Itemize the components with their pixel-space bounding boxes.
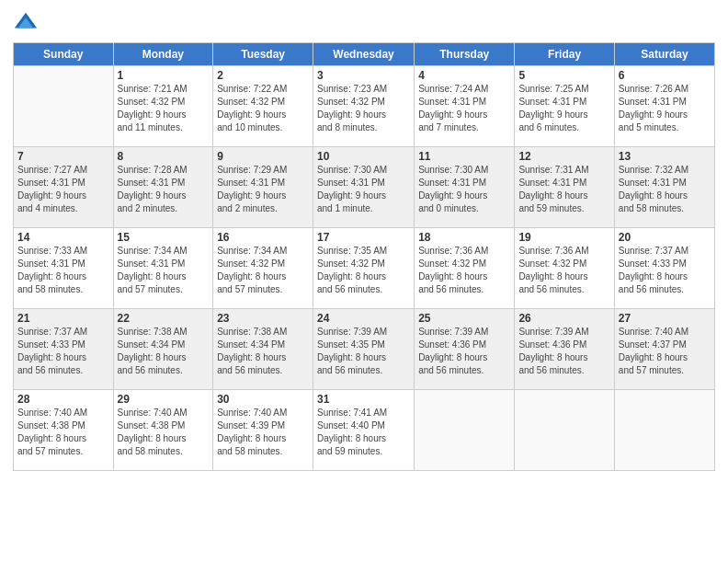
calendar-cell: 16Sunrise: 7:34 AM Sunset: 4:32 PM Dayli… <box>213 228 313 309</box>
calendar-cell: 8Sunrise: 7:28 AM Sunset: 4:31 PM Daylig… <box>113 147 213 228</box>
logo-icon <box>13 9 39 35</box>
calendar-cell: 17Sunrise: 7:35 AM Sunset: 4:32 PM Dayli… <box>313 228 415 309</box>
day-info: Sunrise: 7:39 AM Sunset: 4:36 PM Dayligh… <box>518 326 609 377</box>
day-number: 24 <box>317 312 410 325</box>
day-number: 9 <box>217 150 309 163</box>
day-number: 20 <box>619 231 711 244</box>
calendar-cell: 18Sunrise: 7:36 AM Sunset: 4:32 PM Dayli… <box>415 228 515 309</box>
calendar-cell: 3Sunrise: 7:23 AM Sunset: 4:32 PM Daylig… <box>313 66 415 147</box>
day-info: Sunrise: 7:40 AM Sunset: 4:38 PM Dayligh… <box>118 407 210 458</box>
day-header-monday: Monday <box>113 43 213 66</box>
calendar-cell: 22Sunrise: 7:38 AM Sunset: 4:34 PM Dayli… <box>113 309 213 390</box>
day-info: Sunrise: 7:36 AM Sunset: 4:32 PM Dayligh… <box>418 245 510 296</box>
day-info: Sunrise: 7:37 AM Sunset: 4:33 PM Dayligh… <box>619 245 711 296</box>
day-number: 18 <box>418 231 510 244</box>
calendar-cell: 26Sunrise: 7:39 AM Sunset: 4:36 PM Dayli… <box>515 309 614 390</box>
calendar-cell: 31Sunrise: 7:41 AM Sunset: 4:40 PM Dayli… <box>313 390 415 471</box>
day-number: 5 <box>518 69 609 82</box>
day-number: 26 <box>518 312 609 325</box>
calendar-cell: 30Sunrise: 7:40 AM Sunset: 4:39 PM Dayli… <box>213 390 313 471</box>
day-number: 4 <box>418 69 510 82</box>
day-info: Sunrise: 7:32 AM Sunset: 4:31 PM Dayligh… <box>619 164 711 215</box>
day-number: 21 <box>17 312 109 325</box>
calendar-header-row: SundayMondayTuesdayWednesdayThursdayFrid… <box>14 43 715 66</box>
day-header-wednesday: Wednesday <box>313 43 415 66</box>
calendar-week-row: 14Sunrise: 7:33 AM Sunset: 4:31 PM Dayli… <box>14 228 715 309</box>
day-number: 22 <box>118 312 210 325</box>
calendar-cell: 28Sunrise: 7:40 AM Sunset: 4:38 PM Dayli… <box>14 390 114 471</box>
day-info: Sunrise: 7:31 AM Sunset: 4:31 PM Dayligh… <box>518 164 609 215</box>
calendar-cell: 24Sunrise: 7:39 AM Sunset: 4:35 PM Dayli… <box>313 309 415 390</box>
day-info: Sunrise: 7:37 AM Sunset: 4:33 PM Dayligh… <box>17 326 109 377</box>
calendar-cell: 27Sunrise: 7:40 AM Sunset: 4:37 PM Dayli… <box>614 309 714 390</box>
day-number: 17 <box>317 231 410 244</box>
day-info: Sunrise: 7:29 AM Sunset: 4:31 PM Dayligh… <box>217 164 309 215</box>
day-number: 3 <box>317 69 410 82</box>
day-number: 23 <box>217 312 309 325</box>
calendar-cell: 12Sunrise: 7:31 AM Sunset: 4:31 PM Dayli… <box>515 147 614 228</box>
calendar-cell: 2Sunrise: 7:22 AM Sunset: 4:32 PM Daylig… <box>213 66 313 147</box>
day-info: Sunrise: 7:39 AM Sunset: 4:35 PM Dayligh… <box>317 326 410 377</box>
day-info: Sunrise: 7:22 AM Sunset: 4:32 PM Dayligh… <box>217 83 309 134</box>
day-info: Sunrise: 7:25 AM Sunset: 4:31 PM Dayligh… <box>518 83 609 134</box>
day-info: Sunrise: 7:41 AM Sunset: 4:40 PM Dayligh… <box>317 407 410 458</box>
calendar-cell: 9Sunrise: 7:29 AM Sunset: 4:31 PM Daylig… <box>213 147 313 228</box>
calendar-cell <box>515 390 614 471</box>
day-info: Sunrise: 7:23 AM Sunset: 4:32 PM Dayligh… <box>317 83 410 134</box>
day-number: 7 <box>17 150 109 163</box>
day-info: Sunrise: 7:40 AM Sunset: 4:39 PM Dayligh… <box>217 407 309 458</box>
calendar-cell: 29Sunrise: 7:40 AM Sunset: 4:38 PM Dayli… <box>113 390 213 471</box>
day-number: 6 <box>619 69 711 82</box>
day-info: Sunrise: 7:38 AM Sunset: 4:34 PM Dayligh… <box>217 326 309 377</box>
calendar-week-row: 7Sunrise: 7:27 AM Sunset: 4:31 PM Daylig… <box>14 147 715 228</box>
day-number: 16 <box>217 231 309 244</box>
day-info: Sunrise: 7:34 AM Sunset: 4:31 PM Dayligh… <box>118 245 210 296</box>
day-info: Sunrise: 7:35 AM Sunset: 4:32 PM Dayligh… <box>317 245 410 296</box>
day-number: 12 <box>518 150 609 163</box>
day-number: 28 <box>17 393 109 406</box>
day-number: 11 <box>418 150 510 163</box>
day-number: 2 <box>217 69 309 82</box>
calendar-cell: 25Sunrise: 7:39 AM Sunset: 4:36 PM Dayli… <box>415 309 515 390</box>
day-number: 10 <box>317 150 410 163</box>
calendar-cell: 15Sunrise: 7:34 AM Sunset: 4:31 PM Dayli… <box>113 228 213 309</box>
day-header-sunday: Sunday <box>14 43 114 66</box>
calendar-cell: 7Sunrise: 7:27 AM Sunset: 4:31 PM Daylig… <box>14 147 114 228</box>
day-info: Sunrise: 7:30 AM Sunset: 4:31 PM Dayligh… <box>317 164 410 215</box>
day-number: 29 <box>118 393 210 406</box>
day-info: Sunrise: 7:21 AM Sunset: 4:32 PM Dayligh… <box>118 83 210 134</box>
calendar-cell <box>614 390 714 471</box>
day-info: Sunrise: 7:36 AM Sunset: 4:32 PM Dayligh… <box>518 245 609 296</box>
day-number: 14 <box>17 231 109 244</box>
calendar-cell: 11Sunrise: 7:30 AM Sunset: 4:31 PM Dayli… <box>415 147 515 228</box>
day-number: 19 <box>518 231 609 244</box>
day-info: Sunrise: 7:30 AM Sunset: 4:31 PM Dayligh… <box>418 164 510 215</box>
page-header <box>13 9 715 35</box>
calendar-cell: 14Sunrise: 7:33 AM Sunset: 4:31 PM Dayli… <box>14 228 114 309</box>
calendar-cell <box>14 66 114 147</box>
day-header-thursday: Thursday <box>415 43 515 66</box>
day-number: 27 <box>619 312 711 325</box>
day-number: 31 <box>317 393 410 406</box>
day-info: Sunrise: 7:38 AM Sunset: 4:34 PM Dayligh… <box>118 326 210 377</box>
calendar-cell <box>415 390 515 471</box>
day-info: Sunrise: 7:26 AM Sunset: 4:31 PM Dayligh… <box>619 83 711 134</box>
calendar-cell: 19Sunrise: 7:36 AM Sunset: 4:32 PM Dayli… <box>515 228 614 309</box>
calendar-week-row: 21Sunrise: 7:37 AM Sunset: 4:33 PM Dayli… <box>14 309 715 390</box>
day-info: Sunrise: 7:33 AM Sunset: 4:31 PM Dayligh… <box>17 245 109 296</box>
calendar-cell: 21Sunrise: 7:37 AM Sunset: 4:33 PM Dayli… <box>14 309 114 390</box>
logo <box>13 9 42 35</box>
calendar-cell: 13Sunrise: 7:32 AM Sunset: 4:31 PM Dayli… <box>614 147 714 228</box>
day-info: Sunrise: 7:40 AM Sunset: 4:37 PM Dayligh… <box>619 326 711 377</box>
calendar-table: SundayMondayTuesdayWednesdayThursdayFrid… <box>13 42 715 471</box>
calendar-cell: 6Sunrise: 7:26 AM Sunset: 4:31 PM Daylig… <box>614 66 714 147</box>
calendar-week-row: 28Sunrise: 7:40 AM Sunset: 4:38 PM Dayli… <box>14 390 715 471</box>
calendar-week-row: 1Sunrise: 7:21 AM Sunset: 4:32 PM Daylig… <box>14 66 715 147</box>
day-number: 8 <box>118 150 210 163</box>
day-number: 25 <box>418 312 510 325</box>
calendar-cell: 1Sunrise: 7:21 AM Sunset: 4:32 PM Daylig… <box>113 66 213 147</box>
day-info: Sunrise: 7:24 AM Sunset: 4:31 PM Dayligh… <box>418 83 510 134</box>
day-info: Sunrise: 7:34 AM Sunset: 4:32 PM Dayligh… <box>217 245 309 296</box>
day-info: Sunrise: 7:39 AM Sunset: 4:36 PM Dayligh… <box>418 326 510 377</box>
day-number: 13 <box>619 150 711 163</box>
